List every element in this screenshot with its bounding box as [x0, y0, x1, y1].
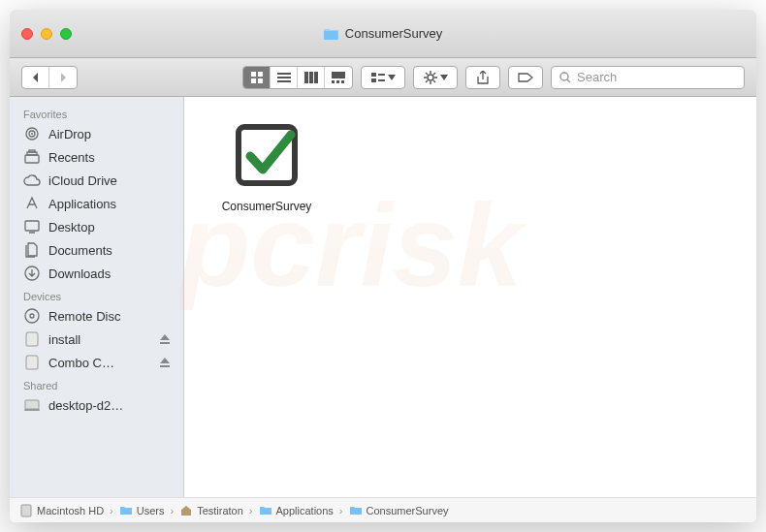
svg-rect-17	[378, 79, 385, 81]
downloads-icon	[23, 265, 41, 282]
path-home[interactable]: Testiraton	[179, 505, 243, 516]
svg-line-24	[433, 80, 435, 82]
svg-rect-2	[251, 78, 256, 83]
sidebar-item-combo[interactable]: Combo C…	[10, 351, 183, 374]
search-placeholder: Search	[577, 70, 617, 84]
svg-point-27	[560, 73, 568, 80]
sidebar-item-label: Downloads	[48, 266, 111, 281]
svg-point-39	[30, 314, 34, 318]
sidebar-item-label: Desktop	[48, 220, 95, 235]
sidebar-item-label: Applications	[48, 197, 116, 211]
applications-icon	[23, 195, 41, 212]
chevron-right-icon: ›	[339, 505, 343, 516]
path-macintosh-hd[interactable]: Macintosh HD	[19, 505, 104, 516]
action-button[interactable]	[413, 66, 458, 89]
svg-rect-43	[21, 505, 31, 516]
minimize-button[interactable]	[41, 28, 52, 40]
svg-line-28	[567, 79, 570, 82]
chevron-right-icon: ›	[170, 505, 174, 516]
crumb-label: Macintosh HD	[37, 505, 104, 516]
sidebar-item-label: iCloud Drive	[48, 173, 117, 188]
svg-rect-1	[258, 72, 263, 77]
content-area[interactable]: ConsumerSurvey	[184, 97, 756, 497]
svg-line-26	[433, 73, 435, 75]
sidebar-item-label: AirDrop	[48, 127, 91, 141]
hd-icon	[19, 505, 33, 516]
sidebar-item-shared-computer[interactable]: desktop-d2…	[10, 393, 183, 417]
svg-rect-4	[277, 73, 291, 75]
sidebar-item-desktop[interactable]: Desktop	[10, 215, 183, 238]
tags-button[interactable]	[508, 66, 543, 89]
sidebar-item-label: Combo C…	[48, 356, 114, 370]
gallery-view-button[interactable]	[325, 67, 352, 88]
chevron-right-icon: ›	[249, 505, 253, 516]
forward-button[interactable]	[49, 67, 77, 88]
body: Favorites AirDrop Recents iCloud Drive A…	[10, 97, 756, 497]
column-view-button[interactable]	[298, 67, 325, 88]
path-applications[interactable]: Applications	[259, 505, 334, 516]
checkmark-app-icon	[228, 116, 305, 194]
group-button[interactable]	[361, 66, 405, 89]
crumb-label: Users	[137, 505, 165, 516]
sidebar-item-recents[interactable]: Recents	[10, 145, 183, 169]
window-title-text: ConsumerSurvey	[345, 26, 442, 41]
file-consumersurvey[interactable]: ConsumerSurvey	[204, 116, 330, 213]
sidebar-item-label: Remote Disc	[48, 309, 120, 324]
svg-rect-8	[309, 72, 313, 83]
sidebar-item-label: install	[48, 332, 80, 347]
svg-line-23	[426, 73, 428, 75]
search-icon	[559, 72, 571, 83]
folder-icon	[324, 27, 339, 41]
svg-line-25	[426, 80, 428, 82]
sidebar-section-devices: Devices	[10, 285, 183, 304]
crumb-label: ConsumerSurvey	[367, 505, 449, 516]
documents-icon	[23, 241, 41, 259]
path-bar: Macintosh HD › Users › Testiraton › Appl…	[10, 497, 756, 522]
share-button[interactable]	[465, 66, 500, 89]
home-icon	[179, 505, 193, 516]
disk-icon	[23, 330, 41, 348]
chevron-right-icon: ›	[110, 505, 113, 516]
file-label: ConsumerSurvey	[222, 200, 312, 213]
search-field[interactable]: Search	[551, 66, 745, 89]
list-view-button[interactable]	[271, 67, 298, 88]
sidebar-item-airdrop[interactable]: AirDrop	[10, 122, 183, 145]
disk-icon	[23, 354, 41, 371]
sidebar[interactable]: Favorites AirDrop Recents iCloud Drive A…	[10, 97, 184, 497]
recents-icon	[23, 148, 41, 166]
airdrop-icon	[23, 125, 41, 142]
sidebar-item-icloud[interactable]: iCloud Drive	[10, 169, 183, 192]
sidebar-item-applications[interactable]: Applications	[10, 192, 183, 215]
svg-rect-0	[251, 72, 256, 77]
svg-rect-9	[314, 72, 318, 83]
disc-icon	[23, 307, 41, 325]
cloud-icon	[23, 172, 41, 189]
sidebar-item-label: Documents	[48, 243, 112, 258]
eject-icon[interactable]	[160, 356, 170, 370]
close-button[interactable]	[21, 28, 33, 40]
folder-icon	[349, 505, 363, 516]
sidebar-item-install[interactable]: install	[10, 328, 183, 351]
svg-rect-15	[371, 78, 376, 82]
toolbar: Search	[10, 58, 756, 97]
svg-rect-10	[332, 72, 345, 78]
folder-icon	[259, 505, 272, 516]
svg-rect-41	[24, 409, 40, 411]
svg-rect-7	[304, 72, 308, 83]
sidebar-item-remote-disc[interactable]: Remote Disc	[10, 304, 183, 328]
desktop-icon	[23, 218, 41, 235]
crumb-label: Applications	[276, 505, 334, 516]
svg-rect-32	[25, 155, 39, 163]
svg-rect-40	[25, 400, 39, 409]
zoom-button[interactable]	[60, 28, 72, 40]
eject-icon[interactable]	[160, 332, 170, 347]
sidebar-item-downloads[interactable]: Downloads	[10, 262, 183, 285]
view-buttons	[242, 66, 353, 89]
icon-view-button[interactable]	[243, 67, 271, 88]
back-button[interactable]	[22, 67, 49, 88]
svg-rect-5	[277, 77, 291, 78]
path-users[interactable]: Users	[119, 505, 165, 516]
svg-rect-12	[336, 80, 339, 83]
path-consumersurvey[interactable]: ConsumerSurvey	[349, 505, 449, 516]
sidebar-item-documents[interactable]: Documents	[10, 238, 183, 262]
